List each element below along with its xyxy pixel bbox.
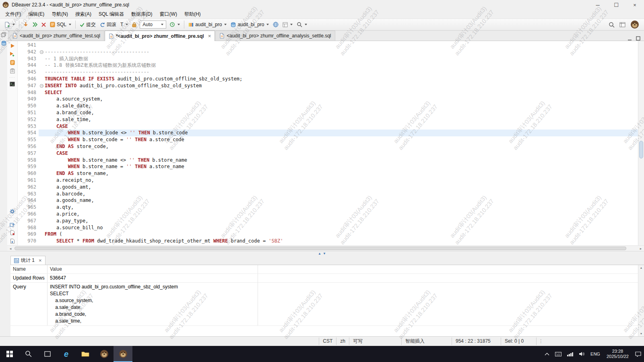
code-line-952[interactable]: 952 a.sale_time, [18, 116, 638, 123]
code-line-954[interactable]: 954 WHEN b.store_code <> '' THEN b.store… [18, 130, 638, 136]
code-line-966[interactable]: 966 a.price, [18, 211, 638, 218]
auto-commit-select[interactable]: Auto [140, 21, 166, 29]
quick-search-icon[interactable] [609, 22, 615, 28]
rollback-button[interactable]: 回滚 [98, 20, 118, 29]
clock[interactable]: 23:28 2025/10/22 [603, 349, 632, 359]
doc-error-icon[interactable] [10, 230, 15, 235]
code-line-955[interactable]: 955 WHEN b.store_code = '' THEN a.store_… [18, 136, 638, 143]
fold-marker[interactable] [39, 82, 45, 89]
perspective-icon[interactable] [619, 22, 625, 27]
menu-window[interactable]: 窗口(W) [156, 10, 181, 19]
code-line-961[interactable]: 961 a.receipt_no, [18, 177, 638, 184]
view-maximize-icon[interactable] [636, 36, 640, 41]
code-line-959[interactable]: 959 WHEN b.store_name = '' THEN a.store_… [18, 163, 638, 170]
code-line-951[interactable]: 951 a.brand_code, [18, 109, 638, 116]
scroll-down-icon[interactable]: ▼ [640, 332, 643, 335]
statistics-table[interactable]: NameValueUpdated Rows536647QueryINSERT I… [10, 265, 638, 336]
start-button[interactable] [0, 346, 19, 362]
menu-edit[interactable]: 编辑(E) [25, 10, 48, 19]
export-data-icon[interactable] [10, 222, 15, 227]
search-menu-button[interactable] [295, 21, 309, 29]
code-line-947[interactable]: 947INSERT INTO audit_bi_pro.custom_offli… [18, 82, 638, 89]
scrollbar-track[interactable] [14, 246, 638, 251]
auto-refresh-button[interactable] [167, 21, 182, 29]
status-insert-mode[interactable]: 智能插入 [401, 337, 452, 345]
code-line-941[interactable]: 941 [18, 42, 638, 49]
sash-down-icon[interactable]: ▼ [323, 252, 326, 255]
table-row[interactable]: Updated Rows536647 [10, 274, 638, 283]
row-name-cell[interactable]: Query [10, 283, 47, 325]
collapse-icon[interactable] [40, 50, 43, 54]
menu-help[interactable]: 帮助(H) [181, 10, 204, 19]
tab-zhumr-offline-test[interactable]: <audit_bi_pro> zhumr_offline_test.sql [8, 31, 104, 41]
execute-statement-icon[interactable] [10, 43, 15, 48]
tab-statistics[interactable]: 统计 1 × [10, 256, 45, 265]
scrollbar-thumb[interactable] [14, 247, 626, 250]
code-line-945[interactable]: 945------------------------------------ [18, 69, 638, 76]
status-selection[interactable]: Sel: 0 | 0 [501, 337, 536, 345]
editor-horizontal-scrollbar[interactable]: ◂ ▸ [7, 245, 644, 251]
row-value-cell[interactable]: 536647 [47, 274, 258, 282]
dbeaver-logo-icon[interactable] [630, 20, 639, 29]
terminal-icon[interactable] [10, 82, 15, 86]
code-line-960[interactable]: 960 END AS store_name, [18, 170, 638, 177]
web-button[interactable] [271, 21, 281, 29]
code-line-942[interactable]: 942------------------------------------ [18, 49, 638, 56]
tray-network-button[interactable] [564, 346, 576, 362]
code-line-964[interactable]: 964 a.goods_name, [18, 197, 638, 204]
new-sql-button[interactable] [2, 21, 17, 29]
column-header-name[interactable]: Name [10, 265, 47, 274]
sash-up-icon[interactable]: ▲ [318, 252, 321, 255]
database-navigator-icon[interactable] [1, 41, 6, 46]
execute-script-strip-icon[interactable] [10, 60, 15, 65]
table-row[interactable]: QueryINSERT INTO audit_bi_pro.custom_off… [10, 283, 638, 326]
code-line-963[interactable]: 963 a.barcode, [18, 191, 638, 197]
collapse-icon[interactable] [40, 84, 43, 88]
file-explorer-shortcut[interactable] [76, 346, 95, 362]
scroll-left-icon[interactable]: ◂ [7, 247, 14, 251]
explain-plan-icon[interactable] [10, 68, 15, 74]
code-line-948[interactable]: 948SELECT [18, 89, 638, 96]
settings-gear-icon[interactable] [10, 209, 15, 214]
maximize-button[interactable]: ☐ [607, 0, 625, 10]
code-line-958[interactable]: 958 WHEN b.store_name <> '' THEN b.store… [18, 157, 638, 164]
fold-marker[interactable] [39, 49, 45, 56]
panel-vertical-scrollbar[interactable]: ▲ ▼ [638, 265, 644, 336]
code-line-968[interactable]: 968 a.source_bill_no [18, 224, 638, 231]
scroll-right-icon[interactable]: ▸ [638, 247, 644, 251]
task-view-button[interactable] [38, 346, 57, 362]
menu-navigate[interactable]: 导航(N) [48, 10, 72, 19]
status-timezone[interactable]: CST [319, 337, 336, 345]
schema-select[interactable]: audit_bi_pro [229, 21, 271, 29]
input-language-button[interactable]: ENG [588, 346, 603, 362]
scroll-up-icon[interactable]: ▲ [640, 266, 643, 269]
row-name-cell[interactable]: Updated Rows [10, 274, 47, 282]
tab-zhumr-offline-analysis-settle[interactable]: <audit_bi_pro> zhumr_offline_analysis_se… [215, 31, 335, 41]
dashboard-button[interactable] [281, 21, 295, 29]
code-line-970[interactable]: 970 SELECT * FROM dwd_trade_hkaudit_shop… [18, 238, 638, 245]
status-caret-position[interactable]: 954 : 22 : 31875 [452, 337, 501, 345]
cancel-execution-button[interactable] [39, 21, 48, 28]
menu-sql-editor[interactable]: SQL 编辑器 [95, 10, 128, 19]
code-line-946[interactable]: 946TRUNCATE TABLE IF EXISTS audit_bi_pro… [18, 76, 638, 82]
lock-button[interactable] [130, 21, 138, 29]
restore-panel-icon[interactable] [1, 32, 6, 37]
tray-expand-button[interactable] [542, 346, 552, 362]
action-center-button[interactable] [632, 346, 644, 362]
code-line-943[interactable]: 943-- 1 插入国内数据 [18, 56, 638, 62]
code-line-950[interactable]: 950 a.sale_date, [18, 103, 638, 109]
tab-close-icon[interactable]: × [208, 33, 211, 39]
menu-database[interactable]: 数据库(D) [128, 10, 156, 19]
code-line-956[interactable]: 956 END AS store_code, [18, 143, 638, 150]
panel-sash[interactable]: ▲ ▼ [0, 251, 644, 256]
execute-script-button[interactable] [30, 21, 39, 28]
code-line-949[interactable]: 949 a.source_system, [18, 96, 638, 103]
close-button[interactable]: × [625, 0, 644, 10]
code-line-967[interactable]: 967 a.pay_type, [18, 218, 638, 224]
transaction-mode-button[interactable]: T [118, 21, 130, 29]
minimize-button[interactable]: ─ [588, 0, 607, 10]
code-line-962[interactable]: 962 a.goods_amt, [18, 184, 638, 191]
code-line-953[interactable]: 953 CASE [18, 123, 638, 130]
tab-zhumr-offline-pre[interactable]: *<audit_bi_pro> zhumr_offline_pre.sql × [105, 31, 215, 41]
view-minimize-icon[interactable] [627, 36, 632, 41]
